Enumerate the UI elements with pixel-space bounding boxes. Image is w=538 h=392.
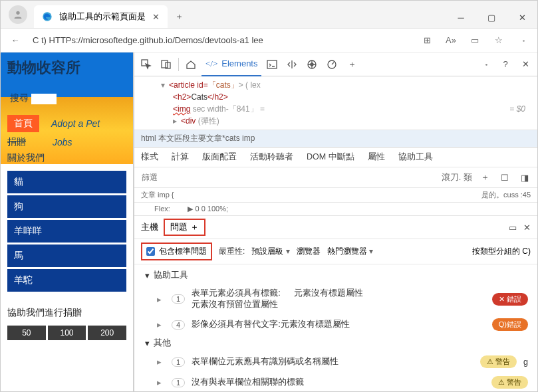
list-item[interactable]: 馬 (7, 245, 126, 267)
svg-rect-3 (162, 60, 168, 68)
styles-tabs: 樣式 計算 版面配置 活動聆聽者 DOM 中斷點 屬性 協助工具 (134, 147, 537, 167)
donate-pills: 50 100 200 (1, 326, 133, 340)
nav-about[interactable]: 關於我們 (7, 152, 126, 164)
welcome-icon[interactable] (182, 55, 200, 74)
performance-icon[interactable] (323, 55, 341, 74)
severity-label: 嚴重性: (219, 246, 245, 257)
address-bar: ← C t) HTTPs://microsoftedge.github.io/D… (1, 29, 537, 52)
tab-props[interactable]: 屬性 (368, 151, 385, 163)
dom-tree[interactable]: ▾<article id=「cats」> ( lex <h2>Cats</h2>… (134, 76, 537, 130)
issues-group-other[interactable]: ▾其他 (134, 335, 537, 351)
favorite-icon[interactable]: ☆ (489, 31, 508, 50)
filter-hint: 滾刀. 類 (442, 171, 472, 183)
content-area: 動物收容所 搜尋 首頁 Adopt a Pet 捐贈 Jobs 關於我們 貓 狗… (1, 52, 537, 391)
search-input[interactable] (31, 94, 57, 104)
svg-point-0 (16, 11, 19, 15)
styles-filter-input[interactable] (140, 171, 436, 184)
search-area: 搜尋 (10, 92, 57, 104)
list-item[interactable]: 貓 (7, 171, 126, 193)
error-badge: Q)錯誤 (492, 318, 528, 331)
edge-icon (42, 11, 53, 22)
list-item[interactable]: 羊駝 (7, 269, 126, 292)
tab-styles[interactable]: 樣式 (141, 151, 158, 163)
error-badge: ✕ 錯誤 (492, 293, 528, 306)
browser-tab[interactable]: 協助工具的示範頁面是 ✕ (34, 5, 168, 28)
inspect-icon[interactable] (137, 55, 156, 74)
minimize-button[interactable]: ─ (446, 7, 476, 28)
maximize-button[interactable]: ▢ (476, 7, 507, 28)
nav-jobs[interactable]: Jobs (53, 137, 72, 147)
issue-row[interactable]: ▸1 表單元素必須具有標籤: 元素沒有標題屬性元素沒有預留位置屬性 ✕ 錯誤 (134, 284, 537, 314)
more-tabs-icon[interactable]: ＋ (342, 55, 361, 74)
tab-a11y[interactable]: 協助工具 (398, 151, 433, 163)
read-aloud-icon[interactable]: A» (442, 31, 460, 50)
window-controls: ─ ▢ ✕ (446, 7, 537, 28)
close-window-button[interactable]: ✕ (507, 7, 537, 28)
issues-group-a11y[interactable]: ▾協助工具 (134, 267, 537, 284)
nav-home[interactable]: 首頁 (7, 115, 39, 132)
reader-icon[interactable]: ▭ (466, 31, 484, 50)
page-banner: 動物收容所 搜尋 首頁 Adopt a Pet 捐贈 Jobs 關於我們 (1, 52, 133, 164)
pill-200[interactable]: 200 (88, 326, 126, 340)
warning-badge: ⚠ 警告 (491, 376, 528, 389)
drawer-dock-icon[interactable]: ▭ (509, 223, 517, 233)
include-standard-checkbox[interactable]: 包含標準問題 (141, 243, 212, 260)
severity-select[interactable]: 預設層級 (251, 246, 289, 257)
donate-prompt: 協助我們進行捐贈 (1, 300, 133, 326)
sources-icon[interactable] (283, 55, 301, 74)
help-icon[interactable]: ? (496, 55, 515, 74)
list-item[interactable]: 羊咩咩 (7, 220, 126, 243)
drawer-tab-host[interactable]: 主機 (141, 221, 158, 233)
issue-row[interactable]: ▸1 沒有與表單欄位相關聯的標籤 ⚠ 警告 (134, 372, 537, 391)
nav-donate[interactable]: 捐贈 (7, 136, 26, 148)
new-tab-button[interactable]: ＋ (168, 5, 190, 28)
breadcrumb[interactable]: html 本文區段主要文章*cats imp (134, 130, 537, 147)
tab-dombp[interactable]: DOM 中斷點 (307, 151, 354, 163)
svg-rect-5 (267, 60, 277, 68)
drawer-tab-issues[interactable]: 問題＋ (164, 219, 205, 236)
search-label: 搜尋 (10, 92, 29, 103)
tab-computed[interactable]: 計算 (172, 151, 189, 163)
animal-list: 貓 狗 羊咩咩 馬 羊駝 (1, 164, 133, 300)
title-bar: 協助工具的示範頁面是 ✕ ＋ ─ ▢ ✕ (1, 1, 537, 29)
tab-listeners[interactable]: 活動聆聽者 (250, 151, 293, 163)
console-icon[interactable] (263, 55, 281, 74)
pill-100[interactable]: 100 (48, 326, 86, 340)
devtools: </> Elements ＋ ··· ? ✕ ▾<article id=「cat… (134, 52, 537, 391)
tab-close-icon[interactable]: ✕ (152, 12, 160, 22)
drawer-tabs: 主機 問題＋ ▭ ✕ (134, 216, 537, 239)
url-text[interactable]: C t) HTTPs://microsoftedge.github.io/Dem… (30, 35, 412, 45)
nav-adopt[interactable]: Adopt a Pet (51, 118, 100, 129)
issue-row[interactable]: ▸1 表單欄位元素應具有識別碼或名稱屬性 ⚠ 警告 g (134, 351, 537, 372)
drawer-close-icon[interactable]: ✕ (523, 223, 531, 233)
issues-panel: ▾協助工具 ▸1 表單元素必須具有標籤: 元素沒有標題屬性元素沒有預留位置屬性 … (134, 264, 537, 391)
devtools-close-icon[interactable]: ✕ (516, 55, 535, 74)
computed-pane-icon[interactable]: ◨ (517, 170, 532, 185)
rendered-page: 動物收容所 搜尋 首頁 Adopt a Pet 捐贈 Jobs 關於我們 貓 狗… (1, 52, 134, 391)
new-rule-icon[interactable]: ＋ (477, 170, 492, 185)
toggle-icon[interactable]: ☐ (497, 170, 512, 185)
devtools-toolbar: </> Elements ＋ ··· ? ✕ (134, 52, 537, 76)
tab-title: 協助工具的示範頁面是 (59, 11, 146, 23)
device-icon[interactable] (157, 55, 176, 74)
styles-filter-row: 滾刀. 類 ＋ ☐ ◨ (134, 167, 537, 188)
rule-header: 文章 imp {是的。cuss :45 (134, 188, 537, 203)
app-icon[interactable]: ⊞ (418, 31, 436, 50)
profile-icon[interactable] (9, 5, 27, 24)
group-label: 按類型分組的 C) (472, 246, 531, 257)
browser-select[interactable]: 熱門瀏覽器 (327, 246, 373, 257)
back-button[interactable]: ← (6, 31, 25, 50)
page-title: 動物收容所 (7, 58, 80, 78)
list-item[interactable]: 狗 (7, 195, 126, 218)
network-icon[interactable] (303, 55, 321, 74)
browser-label: 瀏覽器 (297, 246, 321, 257)
issues-options: 包含標準問題 嚴重性: 預設層級 瀏覽器 熱門瀏覽器 按類型分組的 C) (134, 239, 537, 264)
tab-layout[interactable]: 版面配置 (202, 151, 237, 163)
devtools-menu-icon[interactable]: ··· (476, 55, 495, 74)
tab-elements[interactable]: </> Elements (202, 52, 261, 76)
menu-icon[interactable]: ··· (513, 31, 532, 50)
issue-row[interactable]: ▸4 影像必須具有替代文字:元素沒有標題屬性 Q)錯誤 (134, 314, 537, 335)
nav-links: 首頁 Adopt a Pet 捐贈 Jobs 關於我們 (7, 115, 126, 164)
warning-badge: ⚠ 警告 (480, 355, 517, 368)
pill-50[interactable]: 50 (7, 326, 46, 340)
